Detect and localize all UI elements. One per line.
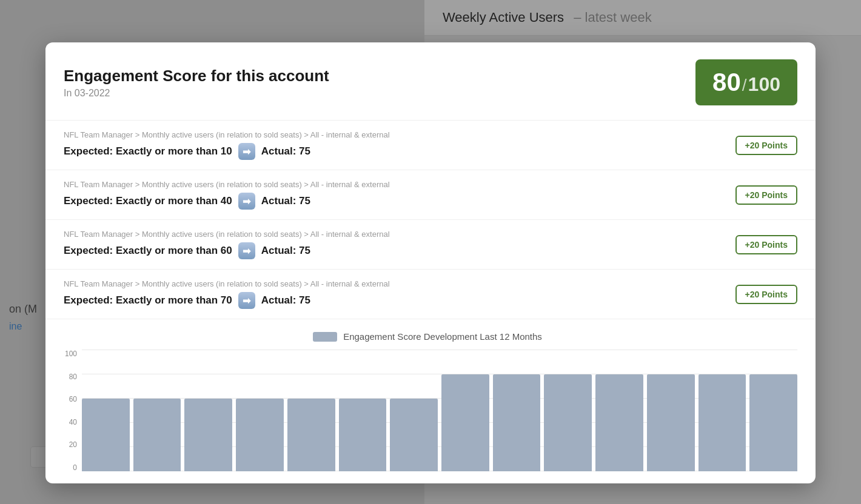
chart-legend: Engagement Score Development Last 12 Mon… [58,331,797,342]
chart-bar-10 [595,374,643,471]
criteria-row-0: NFL Team Manager > Monthly active users … [45,121,816,170]
modal-dialog: Engagement Score for this account In 03-… [45,42,816,483]
score-badge: 80 / 100 [695,59,797,105]
score-max: 100 [748,73,780,96]
points-badge-0: +20 Points [735,136,797,155]
chart-bar-1 [133,399,181,471]
legend-label: Engagement Score Development Last 12 Mon… [343,331,542,342]
chart-bar-8 [493,374,541,471]
criteria-left-1: NFL Team Manager > Monthly active users … [64,180,390,210]
chart-bar-5 [339,399,387,471]
chart-area [82,350,797,471]
chart-y-axis: 100806040200 [58,350,82,471]
criteria-detail-0: Expected: Exactly or more than 10 ➡ Actu… [64,143,390,160]
chart-bar-6 [390,399,438,471]
chart-bar-3 [236,399,284,471]
criteria-detail-1: Expected: Exactly or more than 40 ➡ Actu… [64,193,390,210]
points-badge-2: +20 Points [735,235,797,254]
arrow-icon-0: ➡ [238,143,255,160]
y-label-0: 0 [73,464,77,471]
points-badge-1: +20 Points [735,185,797,205]
score-value: 80 [712,68,741,97]
criteria-row-3: NFL Team Manager > Monthly active users … [45,270,816,319]
criteria-detail-2: Expected: Exactly or more than 60 ➡ Actu… [64,242,390,259]
y-label-80: 80 [69,373,77,380]
criteria-path-0: NFL Team Manager > Monthly active users … [64,130,390,139]
score-separator: / [742,76,747,95]
chart-bar-13 [749,374,797,471]
points-badge-3: +20 Points [735,285,797,304]
y-label-40: 40 [69,419,77,426]
arrow-icon-3: ➡ [238,292,255,309]
modal-date: In 03-2022 [64,88,329,99]
chart-bar-0 [82,399,130,471]
chart-bar-4 [287,399,335,471]
bars-wrapper [82,350,797,471]
legend-swatch [313,332,337,342]
chart-bar-12 [699,374,746,471]
chart-section: Engagement Score Development Last 12 Mon… [45,319,816,483]
arrow-icon-1: ➡ [238,193,255,210]
criteria-path-1: NFL Team Manager > Monthly active users … [64,180,390,189]
criteria-left-2: NFL Team Manager > Monthly active users … [64,230,390,259]
chart-bar-11 [647,374,695,471]
modal-overlay: Engagement Score for this account In 03-… [0,0,861,504]
chart-container: 100806040200 [58,350,797,471]
criteria-left-0: NFL Team Manager > Monthly active users … [64,130,390,160]
arrow-icon-2: ➡ [238,242,255,259]
criteria-rows-container: NFL Team Manager > Monthly active users … [45,121,816,319]
y-label-100: 100 [65,350,77,357]
criteria-detail-3: Expected: Exactly or more than 70 ➡ Actu… [64,292,390,309]
modal-title-block: Engagement Score for this account In 03-… [64,67,329,99]
criteria-row-1: NFL Team Manager > Monthly active users … [45,170,816,220]
chart-bar-9 [544,374,592,471]
criteria-row-2: NFL Team Manager > Monthly active users … [45,220,816,270]
chart-bar-7 [441,374,489,471]
y-label-60: 60 [69,396,77,403]
criteria-path-3: NFL Team Manager > Monthly active users … [64,279,390,288]
y-label-20: 20 [69,441,77,448]
criteria-path-2: NFL Team Manager > Monthly active users … [64,230,390,239]
criteria-left-3: NFL Team Manager > Monthly active users … [64,279,390,309]
modal-title: Engagement Score for this account [64,67,329,85]
modal-header: Engagement Score for this account In 03-… [45,42,816,121]
chart-bar-2 [184,399,232,471]
